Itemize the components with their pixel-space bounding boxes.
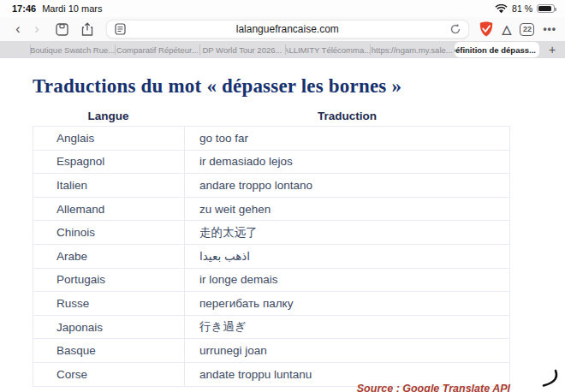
translation-cell: zu weit gehen: [185, 197, 510, 221]
new-tab-button[interactable]: +: [539, 41, 565, 58]
browser-toolbar: ‹ › lalanguefrancaise.com: [0, 17, 565, 41]
reload-icon[interactable]: [449, 23, 462, 35]
translation-cell: urrunegi joan: [185, 339, 510, 363]
adguard-shield-icon[interactable]: [479, 21, 494, 37]
translation-cell: перегибать палку: [185, 292, 510, 316]
language-cell: Arabe: [33, 244, 185, 268]
page-title: Traductions du mot « dépasser les bornes…: [33, 75, 565, 98]
tab-bar: Boutique Swatch Rue... Comparatif Répéte…: [0, 41, 565, 58]
table-row: Russeперегибать палку: [33, 292, 510, 316]
translation-cell: ir demasiado lejos: [185, 150, 510, 174]
language-cell: Espagnol: [33, 150, 185, 174]
translation-cell: 走的太远了: [185, 221, 510, 245]
language-cell: Russe: [33, 292, 185, 316]
table-row: Arabeاذهب بعيدا: [33, 244, 510, 268]
table-header-row: Langue Traduction: [33, 110, 510, 126]
back-button[interactable]: ‹: [9, 22, 27, 36]
table-row: Chinois走的太远了: [33, 221, 510, 245]
translations-table-body: Anglaisgo too farEspagnolir demasiado le…: [33, 127, 510, 387]
language-cell: Anglais: [33, 127, 185, 151]
translation-cell: اذهب بعيدا: [185, 244, 510, 268]
language-cell: Corse: [33, 362, 185, 386]
language-cell: Japonais: [33, 315, 185, 339]
table-row: Allemandzu weit gehen: [33, 197, 510, 221]
tab-boutique[interactable]: Boutique Swatch Rue...: [30, 41, 115, 58]
language-cell: Italien: [33, 174, 185, 198]
tab-label: ALLIMITY Télécomma...: [285, 45, 370, 55]
language-cell: Chinois: [33, 221, 185, 245]
tab-dpworld[interactable]: DP World Tour 2026...: [199, 41, 284, 58]
tab-label: DP World Tour 2026...: [202, 45, 282, 55]
language-cell: Allemand: [33, 197, 185, 221]
language-cell: Portugais: [33, 268, 185, 292]
table-row: Japonais行き過ぎ: [33, 315, 510, 339]
wifi-icon: [495, 4, 508, 14]
status-bar: 17:46 Mardi 10 mars 81 %: [0, 0, 565, 17]
date: Mardi 10 mars: [42, 3, 102, 14]
battery-icon: [537, 4, 555, 13]
tab-label: Boutique Swatch Rue...: [30, 45, 115, 55]
tab-definition-active[interactable]: Définition de dépass... ×: [455, 42, 539, 57]
table-row: Anglaisgo too far: [33, 127, 510, 151]
safari-window: 17:46 Mardi 10 mars 81 % ‹ ›: [0, 0, 565, 392]
extension-triangle-icon[interactable]: △: [503, 23, 512, 35]
tab-partial[interactable]: [0, 41, 30, 58]
tab-label: Définition de dépass...: [455, 45, 536, 55]
tab-label: Comparatif Répéteur...: [116, 45, 199, 55]
translation-cell: 行き過ぎ: [185, 315, 510, 339]
column-header-langue: Langue: [33, 110, 184, 122]
table-row: Basqueurrunegi joan: [33, 339, 510, 363]
share-icon[interactable]: [77, 22, 98, 37]
source-attribution: Source : Google Translate API: [357, 383, 510, 392]
tabs-overview-button[interactable]: 22: [520, 23, 534, 36]
pen-scribble-mark: [539, 368, 560, 392]
reader-icon[interactable]: [113, 23, 127, 35]
tab-ngam[interactable]: https://ngam.my.sale...: [370, 41, 455, 58]
clock: 17:46: [12, 3, 36, 14]
tab-comparatif[interactable]: Comparatif Répéteur...: [115, 41, 199, 58]
table-row: Espagnolir demasiado lejos: [33, 150, 510, 174]
column-header-traduction: Traduction: [184, 110, 510, 122]
table-row: Italienandare troppo lontano: [33, 174, 510, 198]
translation-cell: ir longe demais: [185, 268, 510, 292]
battery-percent: 81 %: [512, 3, 532, 14]
language-cell: Basque: [33, 339, 185, 363]
url-text: lalanguefrancaise.com: [127, 23, 449, 35]
translation-cell: go too far: [185, 127, 510, 151]
translation-cell: andare troppo lontano: [185, 174, 510, 198]
save-icon[interactable]: [51, 23, 72, 36]
table-row: Portugaisir longe demais: [33, 268, 510, 292]
translations-table: Langue Traduction Anglaisgo too farEspag…: [33, 110, 510, 387]
more-menu-button[interactable]: •••: [543, 23, 556, 35]
web-page-content: Traductions du mot « dépasser les bornes…: [0, 58, 565, 392]
forward-button[interactable]: ›: [27, 22, 46, 36]
address-bar[interactable]: lalanguefrancaise.com: [106, 20, 469, 39]
tab-label: https://ngam.my.sale...: [372, 45, 453, 55]
tab-allimity[interactable]: ALLIMITY Télécomma...: [285, 41, 370, 58]
